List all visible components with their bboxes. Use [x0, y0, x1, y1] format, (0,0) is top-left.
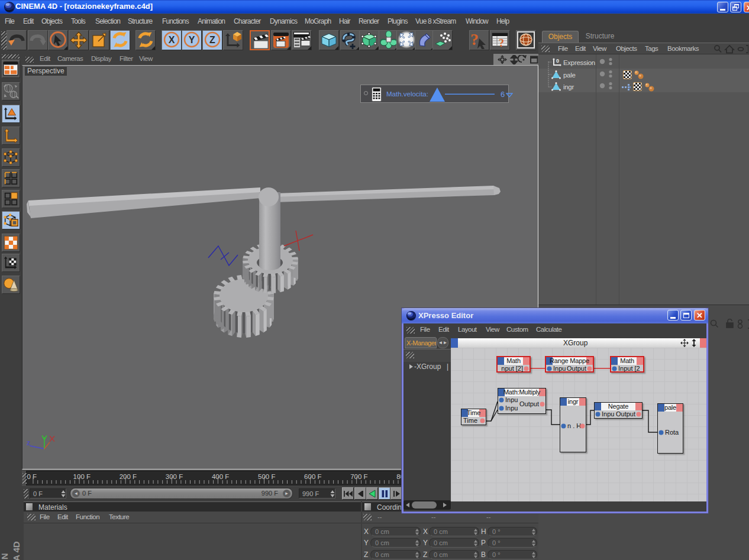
- svg-text:Z: Z: [209, 35, 215, 45]
- svg-text:200 F: 200 F: [120, 473, 137, 480]
- svg-text:z: z: [27, 439, 30, 447]
- svg-text:0: 0: [556, 58, 559, 64]
- svg-text:X: X: [169, 35, 175, 45]
- svg-text:500 F: 500 F: [258, 473, 275, 480]
- svg-text:700 F: 700 F: [350, 473, 367, 480]
- svg-text:600 F: 600 F: [304, 473, 321, 480]
- svg-text:400 F: 400 F: [212, 473, 229, 480]
- svg-text:100 F: 100 F: [73, 473, 91, 480]
- svg-text:?: ?: [499, 37, 504, 49]
- svg-text:?: ?: [470, 31, 479, 48]
- svg-text:Y: Y: [189, 35, 195, 45]
- svg-text:0 F: 0 F: [27, 473, 37, 480]
- svg-text:300 F: 300 F: [166, 473, 183, 480]
